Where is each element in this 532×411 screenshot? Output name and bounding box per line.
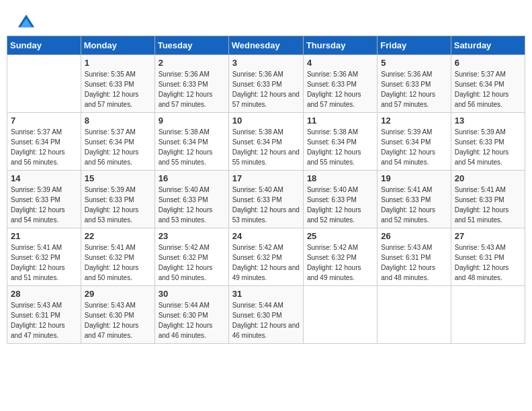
day-number: 5 xyxy=(381,58,447,68)
day-number: 12 xyxy=(381,116,447,126)
cell-info-line: Sunset: 6:30 PM xyxy=(85,310,151,320)
cell-info-line: Sunrise: 5:36 AM xyxy=(232,69,300,79)
calendar-cell: 18Sunrise: 5:40 AMSunset: 6:33 PMDayligh… xyxy=(303,171,377,228)
day-number: 28 xyxy=(11,289,77,299)
cell-info-line: Sunrise: 5:39 AM xyxy=(11,185,77,195)
cell-info-line: Daylight: 12 hours and 54 minutes. xyxy=(11,205,77,225)
calendar-cell: 8Sunrise: 5:37 AMSunset: 6:34 PMDaylight… xyxy=(81,113,154,171)
cell-info-line: Sunrise: 5:38 AM xyxy=(307,127,373,137)
calendar-cell: 19Sunrise: 5:41 AMSunset: 6:33 PMDayligh… xyxy=(378,171,451,228)
cell-info-line: Sunset: 6:33 PM xyxy=(455,195,521,205)
calendar-header-sunday: Sunday xyxy=(7,36,81,55)
cell-info-line: Daylight: 12 hours and 46 minutes. xyxy=(159,320,225,340)
calendar-cell: 26Sunrise: 5:43 AMSunset: 6:31 PMDayligh… xyxy=(378,228,451,286)
day-number: 26 xyxy=(381,231,447,241)
cell-info-line: Sunrise: 5:43 AM xyxy=(381,242,447,253)
cell-info: Sunrise: 5:43 AMSunset: 6:31 PMDaylight:… xyxy=(11,300,77,340)
cell-info: Sunrise: 5:43 AMSunset: 6:30 PMDaylight:… xyxy=(85,300,151,340)
calendar-cell: 25Sunrise: 5:42 AMSunset: 6:32 PMDayligh… xyxy=(303,228,377,286)
day-number: 20 xyxy=(455,173,521,183)
cell-info: Sunrise: 5:38 AMSunset: 6:34 PMDaylight:… xyxy=(307,127,373,167)
cell-info: Sunrise: 5:41 AMSunset: 6:33 PMDaylight:… xyxy=(381,185,447,225)
cell-info-line: Sunset: 6:33 PM xyxy=(159,79,225,89)
day-number: 17 xyxy=(232,173,300,183)
cell-info-line: Sunset: 6:33 PM xyxy=(85,79,151,89)
calendar-cell: 10Sunrise: 5:38 AMSunset: 6:34 PMDayligh… xyxy=(228,113,303,171)
cell-info-line: Sunset: 6:32 PM xyxy=(307,253,373,263)
cell-info-line: Sunset: 6:31 PM xyxy=(11,310,77,320)
cell-info-line: Sunrise: 5:44 AM xyxy=(232,300,300,310)
day-number: 18 xyxy=(307,173,373,183)
cell-info: Sunrise: 5:39 AMSunset: 6:33 PMDaylight:… xyxy=(455,127,521,167)
cell-info-line: Sunrise: 5:43 AM xyxy=(455,242,521,253)
day-number: 7 xyxy=(11,116,77,126)
cell-info-line: Daylight: 12 hours and 46 minutes. xyxy=(232,320,300,340)
cell-info-line: Daylight: 12 hours and 51 minutes. xyxy=(11,263,77,283)
cell-info-line: Sunrise: 5:36 AM xyxy=(307,69,373,79)
cell-info-line: Sunrise: 5:39 AM xyxy=(455,127,521,137)
logo-icon xyxy=(17,13,36,32)
cell-info: Sunrise: 5:41 AMSunset: 6:32 PMDaylight:… xyxy=(11,242,77,283)
cell-info-line: Daylight: 12 hours and 55 minutes. xyxy=(307,147,373,167)
cell-info-line: Sunset: 6:33 PM xyxy=(455,137,521,147)
cell-info-line: Sunrise: 5:37 AM xyxy=(85,127,151,137)
logo xyxy=(17,13,38,32)
cell-info-line: Sunset: 6:33 PM xyxy=(307,79,373,89)
cell-info-line: Daylight: 12 hours and 47 minutes. xyxy=(85,320,151,340)
cell-info: Sunrise: 5:43 AMSunset: 6:31 PMDaylight:… xyxy=(381,242,447,283)
day-number: 23 xyxy=(159,231,225,241)
calendar-cell: 1Sunrise: 5:35 AMSunset: 6:33 PMDaylight… xyxy=(81,55,154,113)
cell-info-line: Sunrise: 5:38 AM xyxy=(232,127,300,137)
cell-info-line: Sunset: 6:32 PM xyxy=(159,253,225,263)
cell-info-line: Daylight: 12 hours and 49 minutes. xyxy=(307,263,373,283)
calendar-week-row: 14Sunrise: 5:39 AMSunset: 6:33 PMDayligh… xyxy=(7,171,525,228)
cell-info-line: Sunset: 6:34 PM xyxy=(307,137,373,147)
calendar-table: SundayMondayTuesdayWednesdayThursdayFrid… xyxy=(7,36,525,344)
calendar-header-tuesday: Tuesday xyxy=(154,36,228,55)
cell-info: Sunrise: 5:44 AMSunset: 6:30 PMDaylight:… xyxy=(232,300,300,340)
cell-info: Sunrise: 5:37 AMSunset: 6:34 PMDaylight:… xyxy=(455,69,521,109)
calendar-cell: 4Sunrise: 5:36 AMSunset: 6:33 PMDaylight… xyxy=(303,55,377,113)
cell-info-line: Sunrise: 5:40 AM xyxy=(159,185,225,195)
cell-info-line: Daylight: 12 hours and 48 minutes. xyxy=(455,263,521,283)
cell-info-line: Sunset: 6:34 PM xyxy=(11,137,77,147)
cell-info-line: Sunset: 6:33 PM xyxy=(381,79,447,89)
calendar-header-monday: Monday xyxy=(81,36,154,55)
calendar-cell: 31Sunrise: 5:44 AMSunset: 6:30 PMDayligh… xyxy=(228,286,303,344)
cell-info: Sunrise: 5:40 AMSunset: 6:33 PMDaylight:… xyxy=(307,185,373,225)
cell-info-line: Sunset: 6:33 PM xyxy=(11,195,77,205)
cell-info-line: Sunset: 6:33 PM xyxy=(85,195,151,205)
day-number: 24 xyxy=(232,231,300,241)
cell-info-line: Sunset: 6:33 PM xyxy=(381,195,447,205)
day-number: 19 xyxy=(381,173,447,183)
cell-info-line: Daylight: 12 hours and 56 minutes. xyxy=(455,89,521,109)
calendar-cell: 29Sunrise: 5:43 AMSunset: 6:30 PMDayligh… xyxy=(81,286,154,344)
cell-info-line: Sunrise: 5:44 AM xyxy=(159,300,225,310)
cell-info-line: Sunset: 6:31 PM xyxy=(381,253,447,263)
cell-info-line: Sunrise: 5:42 AM xyxy=(307,242,373,253)
cell-info-line: Sunrise: 5:39 AM xyxy=(381,127,447,137)
calendar-cell: 21Sunrise: 5:41 AMSunset: 6:32 PMDayligh… xyxy=(7,228,81,286)
cell-info-line: Sunset: 6:34 PM xyxy=(159,137,225,147)
cell-info: Sunrise: 5:40 AMSunset: 6:33 PMDaylight:… xyxy=(159,185,225,225)
day-number: 25 xyxy=(307,231,373,241)
cell-info-line: Sunset: 6:33 PM xyxy=(232,195,300,205)
cell-info: Sunrise: 5:39 AMSunset: 6:34 PMDaylight:… xyxy=(381,127,447,167)
day-number: 27 xyxy=(455,231,521,241)
day-number: 4 xyxy=(307,58,373,68)
cell-info-line: Daylight: 12 hours and 55 minutes. xyxy=(159,147,225,167)
cell-info-line: Daylight: 12 hours and 57 minutes. xyxy=(85,89,151,109)
calendar-cell: 22Sunrise: 5:41 AMSunset: 6:32 PMDayligh… xyxy=(81,228,154,286)
cell-info: Sunrise: 5:41 AMSunset: 6:33 PMDaylight:… xyxy=(455,185,521,225)
day-number: 10 xyxy=(232,116,300,126)
calendar-cell xyxy=(378,286,451,344)
day-number: 21 xyxy=(11,231,77,241)
cell-info-line: Daylight: 12 hours and 49 minutes. xyxy=(232,263,300,283)
cell-info-line: Daylight: 12 hours and 56 minutes. xyxy=(85,147,151,167)
cell-info: Sunrise: 5:36 AMSunset: 6:33 PMDaylight:… xyxy=(232,69,300,109)
cell-info-line: Sunrise: 5:35 AM xyxy=(85,69,151,79)
cell-info-line: Daylight: 12 hours and 47 minutes. xyxy=(11,320,77,340)
calendar-cell xyxy=(303,286,377,344)
calendar-cell: 12Sunrise: 5:39 AMSunset: 6:34 PMDayligh… xyxy=(378,113,451,171)
cell-info: Sunrise: 5:44 AMSunset: 6:30 PMDaylight:… xyxy=(159,300,225,340)
